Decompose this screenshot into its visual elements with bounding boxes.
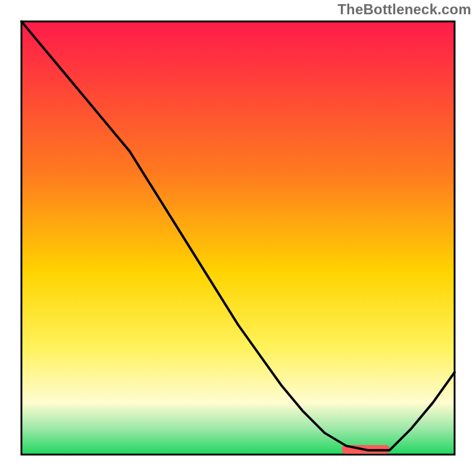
- bottleneck-chart: [0, 0, 476, 476]
- plot-area: [21, 21, 455, 455]
- watermark-label: TheBottleneck.com: [337, 1, 471, 18]
- chart-stage: TheBottleneck.com: [0, 0, 476, 476]
